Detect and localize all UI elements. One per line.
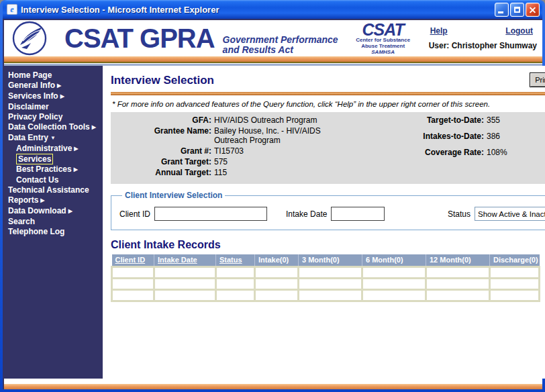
arrow-right-icon: ▶ — [40, 197, 44, 203]
sidebar-item-data-collection-tools[interactable]: Data Collection Tools▶ — [4, 122, 103, 132]
logout-link[interactable]: Logout — [505, 26, 533, 36]
sidebar-menu: Home PageGeneral Info▶Services Info▶Disc… — [4, 66, 103, 379]
summary-field-coverage-rate: Coverage Rate:108% — [385, 148, 545, 157]
summary-field-intakes-to-date: Intakes-to-Date:386 — [385, 132, 545, 141]
sidebar-item-contact-us[interactable]: Contact Us — [4, 175, 103, 185]
table-body — [112, 267, 540, 301]
table-header-row: Client IDIntake DateStatusIntake(0)3 Mon… — [112, 254, 540, 267]
table-row — [112, 290, 540, 301]
internet-explorer-icon: e — [7, 4, 17, 15]
sidebar-item-best-practices[interactable]: Best Practices▶ — [4, 164, 103, 175]
client-id-label: Client ID — [119, 209, 150, 219]
summary-right: Target-to-Date:355Intakes-to-Date:386Cov… — [385, 115, 545, 179]
sidebar-item-services-info[interactable]: Services Info▶ — [4, 91, 103, 101]
minimize-button[interactable] — [495, 3, 509, 17]
arrow-down-icon: ▼ — [50, 135, 56, 141]
column-header-6-month-0: 6 Month(0) — [362, 254, 426, 267]
client-id-input[interactable] — [154, 207, 267, 221]
close-button[interactable] — [526, 3, 540, 17]
query-help-note: * For more info on advanced features of … — [112, 100, 545, 108]
summary-field-target-to-date: Target-to-Date:355 — [385, 115, 545, 125]
sidebar-item-reports[interactable]: Reports▶ — [4, 195, 103, 205]
brand-tagline: Government Performance and Results Act — [223, 35, 339, 55]
page-title: Interview Selection — [111, 74, 214, 87]
column-header-status[interactable]: Status — [216, 254, 255, 267]
column-header-12-month-0: 12 Month(0) — [426, 254, 490, 267]
sidebar-item-disclaimer[interactable]: Disclaimer — [4, 102, 103, 111]
hhs-eagle-logo — [12, 21, 47, 56]
orange-divider — [111, 92, 545, 95]
browser-window: e Interview Selection - Microsoft Intern… — [0, 0, 545, 392]
maximize-button[interactable] — [510, 3, 524, 17]
summary-field-annual-target: Annual Target:115 — [111, 168, 385, 177]
client-interview-selection-fieldset: Client Interview Selection Client ID Int… — [111, 191, 545, 230]
summary-field-gfa: GFA:HIV/AIDS Outreach Program — [111, 115, 385, 125]
status-select[interactable]: Show Active & Inactive Records ▼ — [475, 207, 545, 221]
intake-date-label: Intake Date — [286, 209, 327, 219]
sidebar-item-administrative[interactable]: Administrative▶ — [4, 144, 103, 154]
window-title: Interview Selection - Microsoft Internet… — [21, 5, 495, 15]
csat-logo: CSAT Center for Substance Abuse Treatmen… — [350, 22, 417, 55]
sidebar-item-technical-assistance[interactable]: Technical Assistance — [4, 185, 103, 195]
column-header-intake-0: Intake(0) — [255, 254, 299, 267]
summary-field-grant: Grant #:TI15703 — [111, 146, 385, 156]
page: CSAT GPRA Government Performance and Res… — [3, 19, 542, 389]
sidebar-item-telephone-log[interactable]: Telephone Log — [4, 227, 103, 236]
main-content: Interview Selection Print Previous Find … — [103, 66, 545, 379]
status-selected-value: Show Active & Inactive Records — [478, 210, 545, 218]
arrow-right-icon: ▶ — [74, 166, 78, 173]
print-button[interactable]: Print — [530, 72, 545, 87]
title-bar[interactable]: e Interview Selection - Microsoft Intern… — [3, 0, 542, 19]
sidebar-item-home-page[interactable]: Home Page — [4, 70, 103, 80]
table-row — [112, 279, 540, 290]
sidebar-item-services[interactable]: Services — [4, 154, 103, 164]
arrow-right-icon: ▶ — [74, 146, 78, 152]
brand-title: CSAT GPRA — [64, 23, 215, 54]
footer-orange-stripe — [4, 384, 542, 389]
client-intake-records-title: Client Intake Records — [111, 239, 221, 251]
site-header: CSAT GPRA Government Performance and Res… — [4, 20, 542, 56]
table-row — [112, 267, 540, 279]
sidebar-item-privacy-policy[interactable]: Privacy Policy — [4, 112, 103, 121]
sidebar-item-data-entry[interactable]: Data Entry▼ — [4, 133, 103, 143]
grant-summary-panel: GFA:HIV/AIDS Outreach ProgramGrantee Nam… — [111, 112, 545, 184]
fieldset-legend: Client Interview Selection — [122, 191, 225, 200]
arrow-right-icon: ▶ — [60, 93, 64, 99]
header-orange-stripe — [4, 56, 542, 62]
sidebar-item-data-download[interactable]: Data Download▶ — [4, 206, 103, 216]
column-header-3-month-0: 3 Month(0) — [299, 254, 362, 267]
maximize-icon — [514, 7, 520, 13]
client-intake-records-table: Client IDIntake DateStatusIntake(0)3 Mon… — [111, 254, 540, 302]
arrow-right-icon: ▶ — [92, 124, 96, 130]
toolbar: Print Previous Find — [530, 72, 545, 87]
summary-field-grant-target: Grant Target:575 — [111, 157, 385, 166]
column-header-intake-date[interactable]: Intake Date — [154, 254, 216, 267]
sidebar-item-search[interactable]: Search — [4, 217, 103, 226]
minimize-icon — [498, 11, 503, 13]
help-link[interactable]: Help — [430, 26, 448, 36]
arrow-right-icon: ▶ — [68, 208, 72, 214]
summary-left: GFA:HIV/AIDS Outreach ProgramGrantee Nam… — [111, 115, 385, 179]
arrow-right-icon: ▶ — [57, 83, 61, 89]
status-label: Status — [448, 209, 470, 219]
column-header-discharge-0: Discharge(0) — [490, 254, 540, 267]
column-header-client-id[interactable]: Client ID — [112, 254, 154, 267]
user-label: User: Christopher Shumway — [429, 41, 537, 50]
summary-field-grantee-name: Grantee Name:Bailey House, Inc. - HIV/AI… — [111, 126, 385, 145]
intake-date-input[interactable] — [331, 207, 385, 221]
sidebar-item-general-info[interactable]: General Info▶ — [4, 81, 103, 91]
